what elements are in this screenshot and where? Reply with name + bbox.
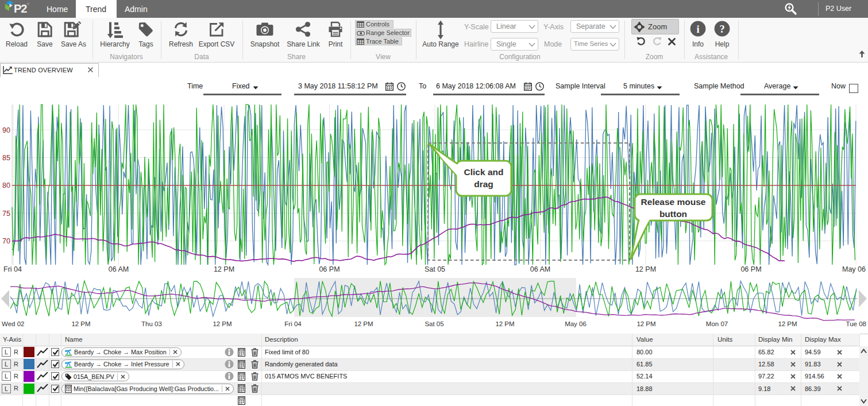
svg-text:Fri 04: Fri 04 bbox=[3, 265, 22, 273]
svg-text:12 PM: 12 PM bbox=[778, 320, 797, 327]
svg-text:Click and: Click and bbox=[464, 167, 504, 177]
svg-text:12 PM: 12 PM bbox=[495, 320, 514, 327]
svg-text:12 PM: 12 PM bbox=[636, 320, 655, 327]
svg-text:90: 90 bbox=[2, 126, 10, 134]
svg-text:12 PM: 12 PM bbox=[214, 265, 234, 273]
svg-text:06 AM: 06 AM bbox=[530, 265, 550, 273]
svg-text:i: i bbox=[696, 24, 699, 35]
svg-text:06 PM: 06 PM bbox=[740, 265, 761, 273]
svg-text:®: ® bbox=[27, 2, 30, 6]
svg-text:75: 75 bbox=[2, 210, 10, 218]
svg-text:Fri 04: Fri 04 bbox=[284, 320, 302, 327]
svg-text:12 PM: 12 PM bbox=[635, 265, 656, 273]
svg-text:85: 85 bbox=[2, 154, 10, 162]
svg-text:06 PM: 06 PM bbox=[319, 265, 340, 273]
svg-text:12 PM: 12 PM bbox=[354, 320, 373, 327]
svg-text:button: button bbox=[659, 209, 687, 219]
svg-text:Thu 03: Thu 03 bbox=[141, 320, 162, 327]
svg-text:Sat 05: Sat 05 bbox=[425, 320, 443, 327]
svg-text:12 PM: 12 PM bbox=[213, 320, 232, 327]
svg-text:drag: drag bbox=[474, 179, 493, 189]
svg-text:Tue 08: Tue 08 bbox=[846, 320, 866, 327]
svg-text:May 06: May 06 bbox=[565, 320, 587, 327]
svg-text:May 06: May 06 bbox=[842, 265, 866, 273]
svg-text:06 AM: 06 AM bbox=[109, 265, 129, 273]
svg-text:Sat 05: Sat 05 bbox=[425, 265, 445, 273]
svg-text:Wed 02: Wed 02 bbox=[2, 320, 24, 327]
svg-text:?: ? bbox=[719, 24, 724, 35]
svg-text:12 PM: 12 PM bbox=[71, 320, 90, 327]
svg-text:80: 80 bbox=[2, 181, 10, 190]
svg-text:Release mouse: Release mouse bbox=[641, 197, 706, 207]
svg-text:P2: P2 bbox=[14, 2, 27, 15]
svg-text:Mon 07: Mon 07 bbox=[706, 320, 728, 327]
svg-text:70: 70 bbox=[2, 237, 10, 245]
